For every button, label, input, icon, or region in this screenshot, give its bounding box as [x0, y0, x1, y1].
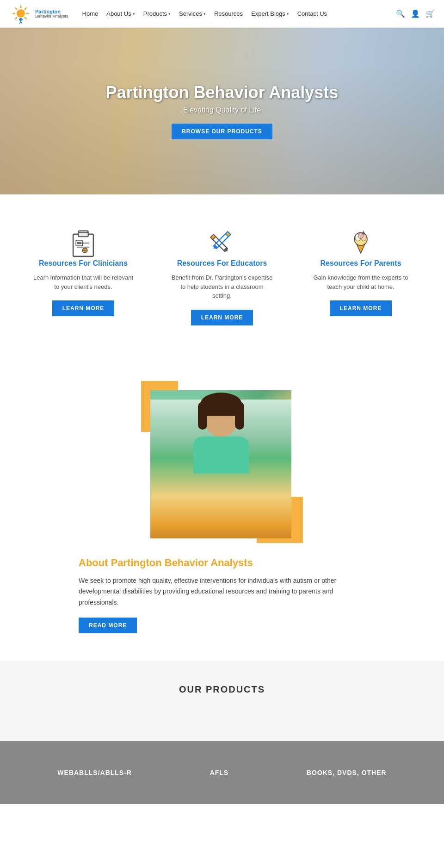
svg-marker-0 [20, 4, 22, 8]
about-text-section: About Partington Behavior Analysts We se… [60, 557, 384, 633]
nav-about[interactable]: About Us ▾ [106, 10, 135, 17]
clinicians-desc: Learn information that will be relevant … [32, 273, 134, 291]
cart-icon[interactable]: 🛒 [426, 9, 435, 18]
educators-title: Resources For Educators [177, 259, 267, 268]
resources-grid: Resources For Clinicians Learn informati… [18, 218, 426, 335]
resource-card-parents: Resources For Parents Gain knowledge fro… [296, 218, 426, 335]
svg-line-13 [21, 22, 22, 24]
about-title: About Partington Behavior Analysts [79, 557, 365, 569]
svg-marker-26 [223, 247, 229, 253]
svg-marker-7 [13, 6, 17, 10]
svg-marker-6 [12, 12, 15, 14]
svg-marker-2 [26, 12, 30, 14]
logo-icon [9, 3, 32, 24]
svg-point-35 [358, 233, 364, 238]
about-section: About Partington Behavior Analysts We se… [0, 362, 444, 652]
educators-desc: Benefit from Dr. Partington's expertise … [171, 273, 273, 300]
svg-marker-3 [24, 17, 28, 20]
nav-products[interactable]: Products ▾ [143, 10, 171, 17]
nav-home[interactable]: Home [82, 10, 99, 17]
parents-title: Resources For Parents [320, 259, 401, 268]
chevron-down-icon: ▾ [133, 12, 135, 16]
footer-item-books[interactable]: BOOKS, DVDS, OTHER [307, 769, 387, 776]
svg-point-8 [17, 9, 25, 18]
parents-learn-more-button[interactable]: LEARN MORE [330, 300, 392, 316]
svg-marker-1 [24, 6, 28, 10]
hero-cta-button[interactable]: BROWSE OUR PRODUCTS [172, 124, 272, 139]
clinicians-learn-more-button[interactable]: LEARN MORE [52, 300, 115, 316]
about-read-more-button[interactable]: READ MORE [79, 618, 137, 633]
about-image-wrapper [148, 381, 296, 543]
nav-links: Home About Us ▾ Products ▾ Services ▾ Re… [82, 10, 396, 17]
clinicians-title: Resources For Clinicians [39, 259, 128, 268]
clinicians-icon [67, 227, 99, 259]
chevron-down-icon: ▾ [168, 12, 171, 16]
hero-subtitle: Elevating Quality of Life [106, 106, 339, 114]
educators-learn-more-button[interactable]: LEARN MORE [191, 310, 253, 325]
svg-rect-30 [225, 231, 230, 237]
nav-resources[interactable]: Resources [214, 10, 243, 17]
nav-contact[interactable]: Contact Us [297, 10, 327, 17]
hero-content: Partington Behavior Analysts Elevating Q… [106, 83, 339, 139]
user-icon[interactable]: 👤 [411, 9, 420, 18]
resources-section: Resources For Clinicians Learn informati… [0, 194, 444, 362]
footer: WEBABLLS/ABLLS-R AFLS BOOKS, DVDS, OTHER [0, 741, 444, 804]
nav-expert-blogs[interactable]: Expert Blogs ▾ [251, 10, 289, 17]
parents-desc: Gain knowledge from the experts to teach… [310, 273, 412, 291]
chevron-down-icon: ▾ [287, 12, 289, 16]
about-description: We seek to promote high quality, effecti… [79, 575, 365, 608]
resource-card-educators: Resources For Educators Benefit from Dr.… [157, 218, 287, 335]
products-section: OUR PRODUCTS [0, 661, 444, 741]
svg-rect-16 [79, 232, 88, 237]
footer-item-afls[interactable]: AFLS [210, 769, 229, 776]
chevron-down-icon: ▾ [204, 12, 206, 16]
navbar: Partington Behavior Analysts Home About … [0, 0, 444, 28]
svg-marker-29 [212, 244, 217, 250]
logo-link[interactable]: Partington Behavior Analysts [9, 3, 68, 24]
educators-icon [206, 227, 238, 259]
nav-services[interactable]: Services ▾ [179, 10, 206, 17]
svg-rect-27 [210, 234, 216, 239]
search-icon[interactable]: 🔍 [396, 9, 405, 18]
svg-marker-5 [13, 17, 17, 20]
hero-section: Partington Behavior Analysts Elevating Q… [0, 28, 444, 194]
footer-item-webablls[interactable]: WEBABLLS/ABLLS-R [57, 769, 132, 776]
parents-icon [345, 227, 377, 259]
nav-action-icons: 🔍 👤 🛒 [396, 9, 435, 18]
about-photo [150, 390, 291, 538]
resource-card-clinicians: Resources For Clinicians Learn informati… [18, 218, 148, 335]
hero-title: Partington Behavior Analysts [106, 83, 339, 102]
products-title: OUR PRODUCTS [18, 684, 426, 695]
